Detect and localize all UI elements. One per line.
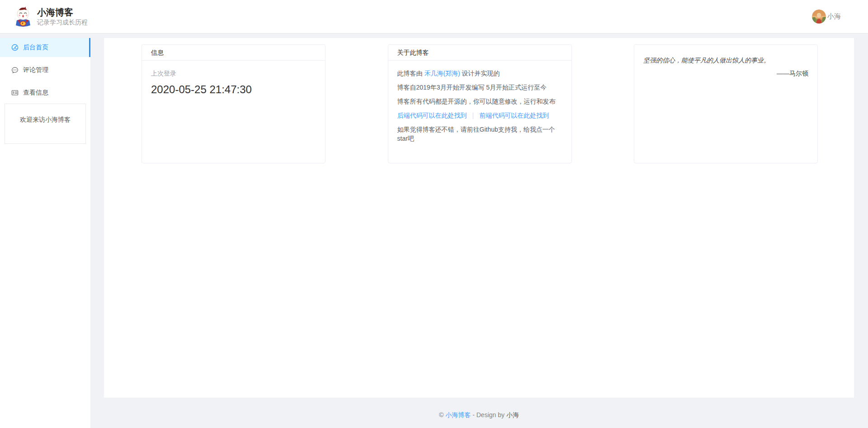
about-line-code-links: 后端代码可以在此处找到|前端代码可以在此处找到 bbox=[397, 111, 562, 120]
sidebar-item-comments[interactable]: 评论管理 bbox=[0, 61, 90, 80]
sidebar-item-label: 评论管理 bbox=[23, 66, 48, 74]
about-card-title: 关于此博客 bbox=[388, 45, 571, 61]
user-menu[interactable]: 小海 bbox=[812, 10, 841, 24]
about-card: 关于此博客 此博客由 禾几海(郑海) 设计并实现的 博客自2019年3月开始开发… bbox=[388, 44, 572, 163]
backend-code-link[interactable]: 后端代码可以在此处找到 bbox=[397, 112, 467, 119]
brand-subtitle: 记录学习成长历程 bbox=[37, 18, 88, 26]
brand[interactable]: 小海博客 记录学习成长历程 bbox=[14, 6, 88, 27]
sidebar-item-label: 查看信息 bbox=[23, 89, 48, 97]
about-text: 此博客由 bbox=[397, 70, 425, 77]
idcard-icon bbox=[11, 89, 19, 96]
footer-designer: 小海 bbox=[506, 411, 519, 418]
quote-author: ——马尔顿 bbox=[643, 69, 808, 78]
last-login-label: 上次登录 bbox=[151, 69, 316, 78]
frontend-code-link[interactable]: 前端代码可以在此处找到 bbox=[479, 112, 549, 119]
sidebar: 后台首页 评论管理 查看信息 欢迎来访小海博客 bbox=[0, 38, 90, 428]
about-line-author: 此博客由 禾几海(郑海) 设计并实现的 bbox=[397, 69, 562, 78]
blog-logo-icon bbox=[14, 6, 33, 27]
sidebar-item-view-info[interactable]: 查看信息 bbox=[0, 83, 90, 102]
welcome-box: 欢迎来访小海博客 bbox=[5, 104, 86, 144]
about-line-history: 博客自2019年3月开始开发编写 5月开始正式运行至今 bbox=[397, 83, 562, 92]
layout: 后台首页 评论管理 查看信息 欢迎来访小海博客 信息 bbox=[0, 38, 868, 428]
dashboard-icon bbox=[11, 44, 19, 51]
sidebar-menu: 后台首页 评论管理 查看信息 bbox=[0, 38, 90, 102]
page-footer: © 小海博客 - Design by 小海 bbox=[104, 398, 854, 428]
author-link[interactable]: 禾几海(郑海) bbox=[424, 70, 460, 77]
info-card-title: 信息 bbox=[142, 45, 325, 61]
sidebar-item-label: 后台首页 bbox=[23, 43, 48, 52]
about-text: 设计并实现的 bbox=[460, 70, 500, 77]
brand-text: 小海博客 记录学习成长历程 bbox=[37, 7, 88, 26]
dashboard-cards: 信息 上次登录 2020-05-25 21:47:30 关于此博客 此博客由 禾… bbox=[142, 44, 818, 163]
main-content: 信息 上次登录 2020-05-25 21:47:30 关于此博客 此博客由 禾… bbox=[104, 38, 854, 398]
last-login-time: 2020-05-25 21:47:30 bbox=[151, 82, 316, 97]
quote-text: 坚强的信心，能使平凡的人做出惊人的事业。 bbox=[643, 56, 808, 65]
info-card: 信息 上次登录 2020-05-25 21:47:30 bbox=[142, 44, 326, 163]
link-divider: | bbox=[472, 112, 474, 119]
about-card-body: 此博客由 禾几海(郑海) 设计并实现的 博客自2019年3月开始开发编写 5月开… bbox=[388, 61, 571, 151]
username: 小海 bbox=[827, 12, 841, 21]
about-line-star: 如果觉得博客还不错，请前往Github支持我，给我点一个star吧 bbox=[397, 125, 562, 143]
welcome-text: 欢迎来访小海博客 bbox=[20, 116, 71, 123]
quote-card: 坚强的信心，能使平凡的人做出惊人的事业。 ——马尔顿 bbox=[634, 44, 818, 163]
main-wrap: 信息 上次登录 2020-05-25 21:47:30 关于此博客 此博客由 禾… bbox=[104, 38, 854, 428]
footer-middle-text: - Design by bbox=[471, 411, 506, 418]
comment-icon bbox=[11, 67, 19, 74]
about-line-opensource: 博客所有代码都是开源的，你可以随意修改，运行和发布 bbox=[397, 97, 562, 106]
page-title: 小海博客 bbox=[37, 7, 88, 18]
info-card-body: 上次登录 2020-05-25 21:47:30 bbox=[142, 61, 325, 105]
app-header: 小海博客 记录学习成长历程 小海 bbox=[0, 0, 868, 33]
sidebar-item-dashboard[interactable]: 后台首页 bbox=[0, 38, 90, 57]
user-avatar[interactable] bbox=[812, 10, 826, 24]
footer-brand-link[interactable]: 小海博客 bbox=[445, 411, 471, 418]
copyright-symbol: © bbox=[439, 411, 445, 418]
